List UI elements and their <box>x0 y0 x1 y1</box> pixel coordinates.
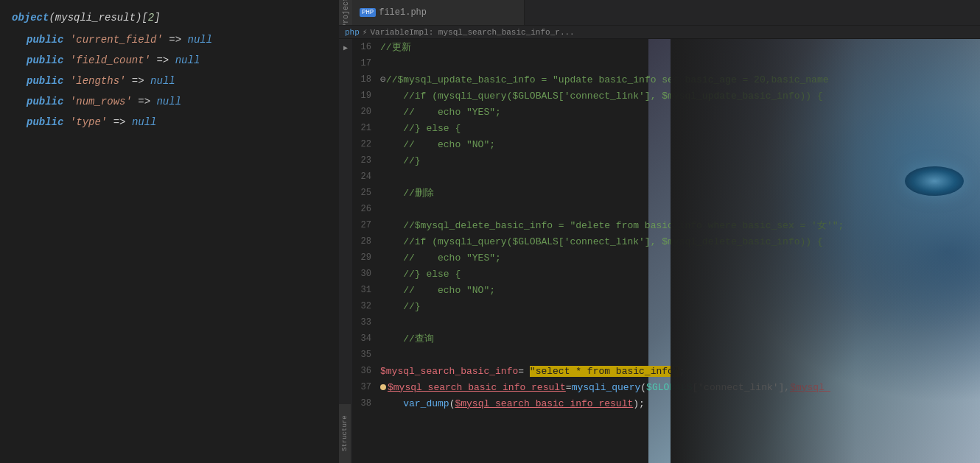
line-number: 21 <box>352 123 380 133</box>
line-number: 18 <box>352 74 380 85</box>
code-line-24: 24 <box>352 169 980 185</box>
line-number: 19 <box>352 91 380 101</box>
code-line-16: 16//更新 <box>352 39 980 55</box>
line-number: 35 <box>352 350 380 360</box>
line-number: 25 <box>352 188 380 198</box>
prop-line-current_field: public 'current_field' => null <box>12 29 327 50</box>
line-content: //} else { <box>380 123 980 134</box>
code-line-31: 31 // echo "NO"; <box>352 282 980 298</box>
line-content: //删除 <box>380 186 980 199</box>
line-content: //查询 <box>380 332 980 345</box>
breadcrumb-path: VariableImpl: mysql_search_basic_info_r.… <box>370 28 574 37</box>
tab-bar: Project PHPaddnew.phpPHPstudy2.phpPHPlog… <box>339 0 980 26</box>
code-line-30: 30 //} else { <box>352 266 980 282</box>
code-line-33: 33 <box>352 314 980 331</box>
line-content: //} <box>380 155 980 166</box>
breadcrumb-lang: php <box>345 28 360 37</box>
line-content: //更新 <box>380 40 980 54</box>
line-number: 37 <box>352 382 380 392</box>
code-line-27: 27 //$mysql_delete_basic_info = "delete … <box>352 217 980 233</box>
breadcrumb: php ⚡ VariableImpl: mysql_search_basic_i… <box>339 26 980 39</box>
code-line-20: 20 // echo "YES"; <box>352 104 980 120</box>
line-number: 33 <box>352 317 380 328</box>
php-badge: PHP <box>360 8 376 17</box>
structure-label: Structure <box>339 404 351 463</box>
code-line-36: 36$mysql_search_basic_info= "select * fr… <box>352 363 980 379</box>
editor-area: ▶ 16//更新1718⊖//$mysql_update_basic_info … <box>339 39 980 463</box>
line-number: 36 <box>352 366 380 376</box>
prop-line-field_count: public 'field_count' => null <box>12 50 327 71</box>
code-line-26: 26 <box>352 201 980 217</box>
tab-container[interactable]: PHPaddnew.phpPHPstudy2.phpPHPlogin.phpPH… <box>352 0 525 26</box>
object-header: object(mysqli_result)[2] <box>12 7 327 28</box>
line-content: $mysql_search_basic_info_result=mysqli_q… <box>380 382 980 393</box>
code-line-28: 28 //if (mysqli_query($GLOBALS['connect_… <box>352 233 980 250</box>
prop-line-num_rows: public 'num_rows' => null <box>12 91 327 112</box>
prop-line-lengths: public 'lengths' => null <box>12 71 327 91</box>
line-number: 28 <box>352 236 380 247</box>
line-content: var_dump($mysql_search_basic_info_result… <box>380 398 980 409</box>
line-number: 17 <box>352 58 380 68</box>
line-content: //} <box>380 301 980 312</box>
code-line-38: 38 var_dump($mysql_search_basic_info_res… <box>352 395 980 411</box>
code-line-23: 23 //} <box>352 152 980 169</box>
project-label: Project <box>339 0 352 26</box>
line-content: //if (mysqli_query($GLOBALS['connect_lin… <box>380 91 980 102</box>
line-content: // echo "NO"; <box>380 285 980 296</box>
code-line-21: 21 //} else { <box>352 120 980 136</box>
fold-icon: ▶ <box>340 43 351 54</box>
line-number: 16 <box>352 42 380 52</box>
line-number: 31 <box>352 285 380 295</box>
line-content: // echo "YES"; <box>380 107 980 118</box>
code-line-35: 35 <box>352 347 980 363</box>
code-lines: 16//更新1718⊖//$mysql_update_basic_info = … <box>352 39 980 463</box>
line-number: 27 <box>352 220 380 230</box>
line-content: //} else { <box>380 269 980 280</box>
code-line-34: 34 //查询 <box>352 331 980 347</box>
line-number: 22 <box>352 139 380 149</box>
line-number: 26 <box>352 204 380 214</box>
code-line-37: 37$mysql_search_basic_info_result=mysqli… <box>352 379 980 395</box>
code-line-32: 32 //} <box>352 298 980 314</box>
property-list: public 'current_field' => nullpublic 'fi… <box>12 29 327 132</box>
line-content: $mysql_search_basic_info= "select * from… <box>380 366 980 377</box>
line-content: // echo "YES"; <box>380 252 980 264</box>
code-line-18: 18⊖//$mysql_update_basic_info = "update … <box>352 71 980 88</box>
tab-file1[interactable]: PHPfile1.php <box>352 0 525 26</box>
code-line-22: 22 // echo "NO"; <box>352 136 980 152</box>
line-number: 29 <box>352 252 380 263</box>
line-number: 23 <box>352 155 380 166</box>
line-number: 38 <box>352 398 380 409</box>
sidebar-strip: ▶ <box>339 39 352 463</box>
line-content: // echo "NO"; <box>380 139 980 150</box>
code-line-29: 29 // echo "YES"; <box>352 250 980 266</box>
code-line-17: 17 <box>352 55 980 71</box>
line-number: 30 <box>352 269 380 279</box>
warning-dot <box>380 384 386 390</box>
code-editor: Project PHPaddnew.phpPHPstudy2.phpPHPlog… <box>339 0 980 463</box>
prop-line-type: public 'type' => null <box>12 112 327 132</box>
line-content: //$mysql_delete_basic_info = "delete fro… <box>380 219 980 232</box>
keyword-object: object <box>12 12 49 24</box>
line-content: //if (mysqli_query($GLOBALS['connect_lin… <box>380 236 980 247</box>
variable-inspector: object(mysqli_result)[2] public 'current… <box>0 0 339 463</box>
line-number: 32 <box>352 301 380 311</box>
code-container: 16//更新1718⊖//$mysql_update_basic_info = … <box>352 39 980 463</box>
code-line-25: 25 //删除 <box>352 185 980 201</box>
line-content: ⊖//$mysql_update_basic_info = "update ba… <box>380 74 980 85</box>
line-number: 24 <box>352 172 380 182</box>
tab-label: file1.php <box>379 7 427 18</box>
line-number: 34 <box>352 333 380 344</box>
code-line-19: 19 //if (mysqli_query($GLOBALS['connect_… <box>352 88 980 104</box>
line-number: 20 <box>352 107 380 117</box>
